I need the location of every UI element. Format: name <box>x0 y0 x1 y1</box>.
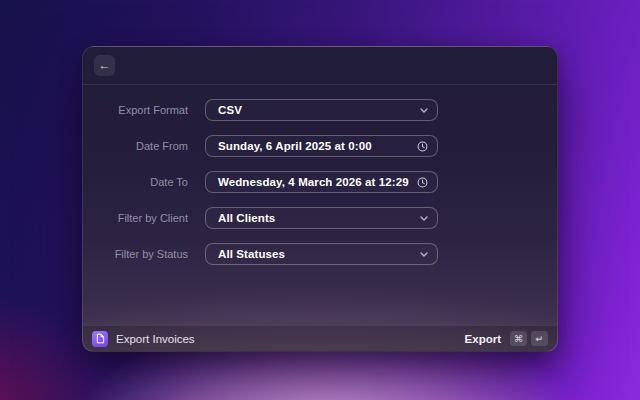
field-value: Wednesday, 4 March 2026 at 12:29 <box>218 176 409 188</box>
desktop-background: { "window": { "back_glyph": "←", "form":… <box>0 0 640 400</box>
filter-client-select[interactable]: All Clients <box>205 207 438 229</box>
field-label: Date To <box>83 176 188 188</box>
field-label: Filter by Client <box>83 212 188 224</box>
field-label: Filter by Status <box>83 248 188 260</box>
chevron-down-icon <box>420 216 428 221</box>
arrow-left-icon: ← <box>99 58 111 72</box>
command-key-badge: ⌘ <box>510 331 527 346</box>
header-divider <box>83 84 557 85</box>
export-action-label: Export <box>465 333 501 345</box>
window-header: ← <box>83 47 557 84</box>
form-row: Export Format CSV <box>83 99 557 121</box>
date-from-field[interactable]: Sunday, 6 April 2025 at 0:00 <box>205 135 438 157</box>
action-bar: Export Invoices Export ⌘ ↵ <box>83 325 557 351</box>
clock-icon <box>417 177 428 188</box>
export-form: Export Format CSV Date From Sunday, 6 Ap… <box>83 84 557 265</box>
app-icon <box>92 331 108 347</box>
field-value: CSV <box>218 104 242 116</box>
return-key-badge: ↵ <box>531 331 548 346</box>
form-row: Date From Sunday, 6 April 2025 at 0:00 <box>83 135 557 157</box>
field-value: Sunday, 6 April 2025 at 0:00 <box>218 140 372 152</box>
field-value: All Statuses <box>218 248 285 260</box>
form-row: Filter by Status All Statuses <box>83 243 557 265</box>
field-label: Export Format <box>83 104 188 116</box>
chevron-down-icon <box>420 108 428 113</box>
field-value: All Clients <box>218 212 275 224</box>
export-format-select[interactable]: CSV <box>205 99 438 121</box>
document-icon <box>96 330 105 348</box>
form-row: Filter by Client All Clients <box>83 207 557 229</box>
clock-icon <box>417 141 428 152</box>
chevron-down-icon <box>420 252 428 257</box>
form-row: Date To Wednesday, 4 March 2026 at 12:29 <box>83 171 557 193</box>
filter-status-select[interactable]: All Statuses <box>205 243 438 265</box>
export-window: ← Export Format CSV Date From Sunday, 6 … <box>82 46 558 352</box>
field-label: Date From <box>83 140 188 152</box>
back-button[interactable]: ← <box>94 55 115 76</box>
window-title: Export Invoices <box>116 333 195 345</box>
date-to-field[interactable]: Wednesday, 4 March 2026 at 12:29 <box>205 171 438 193</box>
export-action[interactable]: Export ⌘ ↵ <box>465 329 548 348</box>
